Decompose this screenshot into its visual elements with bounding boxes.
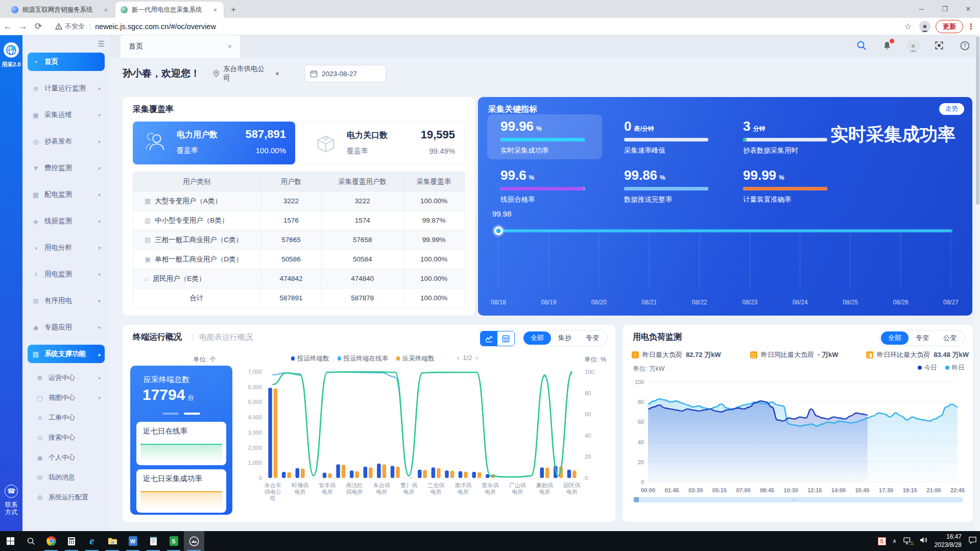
sidebar-collapse-icon[interactable]: ☰ [98,39,105,49]
volume-icon[interactable] [919,536,928,546]
trend-button[interactable]: 走势 [939,103,964,115]
browser-profile-icon[interactable] [919,21,930,32]
svg-text:3,000: 3,000 [248,429,262,436]
terminal-bar-chart[interactable]: 01,0002,0003,0004,0005,0006,0007,0000204… [237,365,610,520]
load-seg-option-2[interactable]: 公变 [936,331,964,345]
close-window-button[interactable]: ✕ [957,0,980,18]
taskbar-wps-icon[interactable]: S [163,531,184,551]
fullscreen-icon[interactable] [933,39,945,52]
sidebar-item-system-config[interactable]: ⚙系统运行配置 [32,491,105,504]
kpi-label: 数据推送完整率 [624,195,716,204]
kpi-unit: 分钟 [753,125,765,132]
sidebar-item-operation-center[interactable]: ☸运营中心▾ [32,371,105,385]
svg-text:园区供电所: 园区供电所 [563,482,580,495]
sidebar-item-orderly-power[interactable]: ⊞有序用电▾ [28,292,105,310]
page-tab-home[interactable]: 首页 × [121,35,240,58]
sidebar-item-messages[interactable]: ✉我的消息 [32,471,105,484]
pager-next-icon[interactable]: › [475,354,477,362]
taskbar-calculator-icon[interactable] [61,531,82,551]
sidebar-item-home[interactable]: ◔首页 [28,53,105,71]
notifications-bell-icon[interactable] [881,39,893,52]
url-field[interactable]: 不安全 | neweic.js.sgcc.com.cn/#/oc/overvie… [50,20,900,33]
terminal-seg-option-2[interactable]: 专变 [579,331,606,345]
sidebar-item-meter-reading[interactable]: ◎抄表发布▾ [28,132,105,151]
browser-menu-icon[interactable]: ⋮ [967,22,975,31]
terminal-seg-option-1[interactable]: 集抄 [551,331,579,345]
sidebar-item-special-apps[interactable]: ◆专题应用▾ [28,318,105,337]
system-config-icon: ⚙ [36,494,44,501]
minimize-button[interactable]: ─ [910,0,933,18]
svg-text:99.98: 99.98 [492,209,512,218]
sidebar-item-view-center[interactable]: ▢视图中心▾ [32,391,105,404]
legend-item-1[interactable]: 投运终端在线率 [338,354,389,363]
table-row: 合计587891587878100.00% [133,289,465,308]
browser-tab-1[interactable]: 新一代用电信息采集系统× [115,2,224,18]
date-picker[interactable]: 2023-08-27 [304,65,386,82]
taskbar-ie-icon[interactable]: e [82,531,102,551]
legend-item-2[interactable]: 应采终端数 [396,354,435,363]
new-tab-button[interactable]: + [227,3,240,16]
svg-text:广山供电所: 广山供电所 [509,482,526,495]
network-icon[interactable]: ⚠ [903,537,913,545]
not-secure-warning[interactable]: 不安全 [55,22,85,31]
sidebar-item-collection-ops[interactable]: ▣采集运维▾ [28,106,105,124]
pager-prev-icon[interactable]: ‹ [457,354,459,362]
browser-tab-0[interactable]: 能源互联网营销服务系统× [6,2,114,18]
sidebar-item-fee-control[interactable]: ▼费控监测▾ [28,159,105,177]
sidebar-item-power-monitor[interactable]: ⚡用电监测▾ [28,265,105,283]
success-rate-trend-chart[interactable]: 08/1808/1908/2008/2108/2208/2308/2408/25… [487,206,962,311]
page-scrollbar[interactable] [975,35,980,531]
taskbar-start-icon[interactable] [0,531,20,551]
legend-item-0[interactable]: 投运终端数 [291,354,329,363]
sidebar-item-workorder-center[interactable]: ≡工单中心 [32,411,105,424]
forward-button[interactable]: → [15,21,31,32]
tab-close-icon[interactable]: × [102,6,109,14]
taskbar-clock[interactable]: 16:472023/8/28 [935,533,962,549]
load-seg-option-1[interactable]: 专变 [909,331,936,345]
sidebar-item-system-support[interactable]: ▤系统支撑功能▴ [28,345,105,363]
sidebar-item-power-analysis[interactable]: ◑用电分析▾ [28,238,105,257]
workorder-center-icon: ≡ [36,414,44,422]
terminal-tab-meter[interactable]: 电能表运行概况 [199,332,253,342]
max-load-icon: ↑ [632,351,639,358]
chart-view-button[interactable] [481,331,497,346]
taskbar-notepad-icon[interactable] [143,531,163,551]
tray-wps-icon[interactable]: S [878,537,886,545]
taskbar-chrome-icon[interactable] [41,531,61,551]
org-select[interactable]: 东台市供电公司 ▼ [207,65,286,82]
sidebar-item-line-loss[interactable]: ◈线损监测▾ [28,212,105,230]
action-center-icon[interactable] [968,536,977,546]
terminal-seg-option-0[interactable]: 全部 [523,331,551,345]
taskbar-word-icon[interactable]: W [123,531,143,551]
help-icon[interactable]: ? [959,39,971,52]
user-avatar[interactable] [906,39,920,52]
table-view-button[interactable] [497,331,514,346]
taskbar-search-icon[interactable] [20,531,41,551]
search-icon[interactable] [855,39,868,52]
sidebar-item-personal-center[interactable]: ◉个人中心 [32,451,105,464]
tab-close-icon[interactable]: × [211,6,219,14]
load-legend-item-0[interactable]: 今日 [918,364,937,372]
datazoom-handle[interactable] [634,497,639,502]
maximize-button[interactable]: ❐ [933,0,957,18]
stat-label: 昨日最大负荷 [642,350,682,360]
taskbar-photos-icon[interactable] [184,531,204,551]
contact-button[interactable]: ☎ 联系方式 [0,485,22,517]
load-seg-option-0[interactable]: 全部 [881,331,909,345]
sidebar-item-metering-monitor[interactable]: ⊕计量运行监测▾ [28,79,105,98]
reload-button[interactable]: ⟳ [31,21,46,32]
browser-update-button[interactable]: 更新 [936,20,963,33]
tray-chevron-icon[interactable]: ∧ [893,538,897,544]
scrollbar-thumb[interactable] [976,36,979,205]
terminal-tab-active[interactable]: 终端运行概况 [133,332,182,343]
taskbar-explorer-icon[interactable] [102,531,123,551]
summary-page-dots[interactable] [130,413,232,415]
svg-text:0: 0 [641,479,644,485]
back-button[interactable]: ← [0,21,15,32]
page-tab-close-icon[interactable]: × [228,42,232,51]
sidebar-item-search-center[interactable]: ⊙搜索中心 [32,431,105,444]
load-legend-item-1[interactable]: 昨日 [945,364,965,372]
bookmark-star-icon[interactable]: ☆ [904,21,912,31]
sidebar-item-distribution-monitor[interactable]: ▦配电监测▾ [28,185,105,204]
load-line-chart[interactable]: 02040608010000:0001:4503:3005:1507:0008:… [627,375,969,519]
